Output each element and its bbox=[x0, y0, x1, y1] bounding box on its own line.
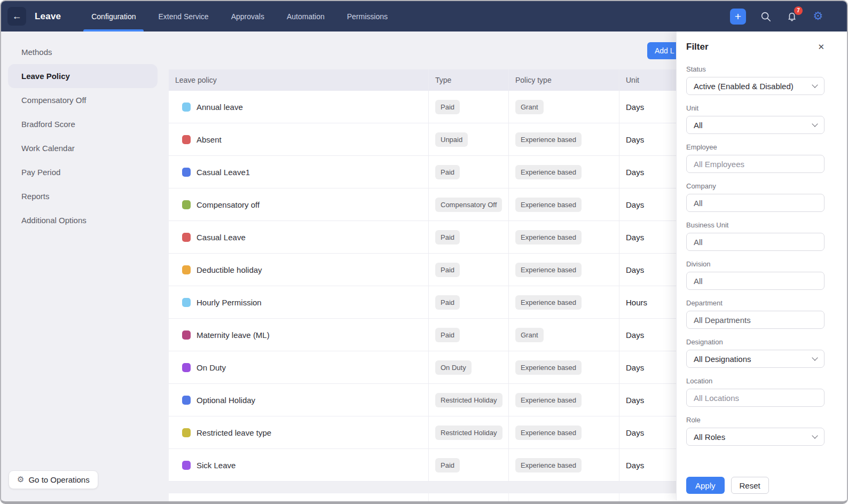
column-header-leave-policy: Leave policy bbox=[169, 69, 428, 91]
nav-tabs: ConfigurationExtend ServiceApprovalsAuto… bbox=[80, 1, 399, 32]
sidebar-item-pay-period[interactable]: Pay Period bbox=[1, 160, 164, 184]
sidebar: MethodsLeave PolicyCompensatory OffBradf… bbox=[1, 32, 164, 501]
policy-type-badge: Experience based bbox=[515, 393, 582, 407]
column-header-type: Type bbox=[428, 69, 508, 91]
sidebar-list: MethodsLeave PolicyCompensatory OffBradf… bbox=[1, 32, 164, 232]
settings-button[interactable]: ⚙ bbox=[812, 10, 825, 23]
leave-name: Casual Leave1 bbox=[197, 168, 250, 177]
unit-select[interactable]: All bbox=[686, 116, 825, 134]
chevron-down-icon bbox=[812, 432, 818, 438]
leave-color-chip bbox=[182, 200, 191, 209]
type-badge: Paid bbox=[435, 100, 460, 114]
leave-name: Hourly Permission bbox=[197, 298, 262, 307]
filter-field-company: Company bbox=[686, 182, 825, 212]
filter-panel: Filter ✕ Status Active (Enabled & Disabl… bbox=[676, 32, 848, 500]
filter-field-status: Status Active (Enabled & Disabled) bbox=[686, 65, 825, 95]
status-select[interactable]: Active (Enabled & Disabled) bbox=[686, 77, 825, 95]
back-button[interactable]: ← bbox=[7, 7, 26, 26]
sidebar-item-additional-options[interactable]: Additional Options bbox=[1, 208, 164, 232]
field-label: Department bbox=[686, 299, 825, 307]
sidebar-item-work-calendar[interactable]: Work Calendar bbox=[1, 136, 164, 160]
type-badge: Paid bbox=[435, 165, 460, 179]
sidebar-item-methods[interactable]: Methods bbox=[1, 40, 164, 64]
designation-select[interactable]: All Designations bbox=[686, 350, 825, 368]
sidebar-item-leave-policy[interactable]: Leave Policy bbox=[8, 64, 158, 88]
close-icon: ✕ bbox=[818, 42, 825, 51]
apply-button[interactable]: Apply bbox=[686, 477, 725, 494]
company-input[interactable] bbox=[686, 194, 825, 212]
column-header-policy-type: Policy type bbox=[508, 69, 619, 91]
unit-value: Days bbox=[626, 200, 644, 209]
app-window: ← Leave ConfigurationExtend ServiceAppro… bbox=[0, 0, 848, 504]
tab-approvals[interactable]: Approvals bbox=[220, 1, 276, 32]
employee-input[interactable] bbox=[686, 155, 825, 173]
unit-value: Days bbox=[626, 330, 644, 340]
type-badge: Restricted Holiday bbox=[435, 426, 502, 440]
leave-color-chip bbox=[182, 265, 191, 274]
leave-color-chip bbox=[182, 298, 191, 307]
go-to-operations-button[interactable]: ⚙ Go to Operations bbox=[9, 470, 98, 489]
page-title: Leave bbox=[35, 11, 61, 22]
field-label: Designation bbox=[686, 338, 825, 346]
nav-actions: + 7 ⚙ bbox=[730, 9, 825, 25]
leave-name: On Duty bbox=[197, 363, 226, 372]
leave-name: Annual leave bbox=[197, 103, 243, 112]
leave-name: Deductible holiday bbox=[197, 265, 262, 274]
leave-color-chip bbox=[182, 103, 191, 112]
tab-extend-service[interactable]: Extend Service bbox=[147, 1, 219, 32]
leave-name: Restricted leave type bbox=[197, 428, 271, 437]
field-label: Status bbox=[686, 65, 825, 73]
field-label: Unit bbox=[686, 104, 825, 112]
business-unit-input[interactable] bbox=[686, 233, 825, 251]
notifications-button[interactable]: 7 bbox=[786, 10, 798, 23]
leave-name: Optional Holiday bbox=[197, 396, 255, 405]
reset-button[interactable]: Reset bbox=[731, 477, 769, 494]
unit-value: Days bbox=[626, 461, 644, 470]
field-label: Business Unit bbox=[686, 221, 825, 229]
sidebar-item-reports[interactable]: Reports bbox=[1, 184, 164, 208]
leave-color-chip bbox=[182, 428, 191, 437]
close-button[interactable]: ✕ bbox=[816, 42, 826, 52]
location-input[interactable] bbox=[686, 389, 825, 407]
type-badge: Paid bbox=[435, 295, 460, 310]
sidebar-item-bradford-score[interactable]: Bradford Score bbox=[1, 112, 164, 136]
chevron-down-icon bbox=[812, 121, 818, 127]
unit-value: Hours bbox=[626, 298, 647, 307]
policy-type-badge: Experience based bbox=[515, 458, 582, 472]
top-nav: ← Leave ConfigurationExtend ServiceAppro… bbox=[1, 1, 847, 32]
chevron-down-icon bbox=[812, 82, 818, 88]
tab-permissions[interactable]: Permissions bbox=[336, 1, 399, 32]
add-quick-button[interactable]: + bbox=[730, 9, 746, 25]
type-badge: Restricted Holiday bbox=[435, 393, 502, 407]
role-select[interactable]: All Roles bbox=[686, 428, 825, 446]
field-label: Division bbox=[686, 260, 825, 268]
policy-type-badge: Experience based bbox=[515, 360, 582, 375]
type-badge: Paid bbox=[435, 263, 460, 277]
type-badge: Compensatory Off bbox=[435, 198, 502, 212]
filter-field-business-unit: Business Unit bbox=[686, 221, 825, 251]
tab-configuration[interactable]: Configuration bbox=[80, 1, 147, 32]
policy-type-badge: Experience based bbox=[515, 132, 582, 147]
filter-title: Filter bbox=[686, 42, 709, 52]
tab-automation[interactable]: Automation bbox=[276, 1, 336, 32]
division-input[interactable] bbox=[686, 272, 825, 290]
sidebar-item-compensatory-off[interactable]: Compensatory Off bbox=[1, 88, 164, 112]
department-input[interactable] bbox=[686, 311, 825, 329]
plus-icon: + bbox=[735, 10, 741, 23]
policy-type-badge: Experience based bbox=[515, 263, 582, 277]
filter-field-unit: Unit All bbox=[686, 104, 825, 134]
unit-value: Days bbox=[626, 135, 644, 144]
leave-color-chip bbox=[182, 461, 191, 470]
policy-type-badge: Grant bbox=[515, 328, 544, 342]
notification-badge: 7 bbox=[794, 6, 803, 15]
search-button[interactable] bbox=[759, 10, 772, 23]
policy-type-badge: Experience based bbox=[515, 230, 582, 245]
policy-type-badge: Experience based bbox=[515, 198, 582, 212]
leave-color-chip bbox=[182, 396, 191, 405]
unit-value: Days bbox=[626, 265, 644, 274]
filter-header: Filter ✕ bbox=[686, 42, 826, 52]
leave-name: Absent bbox=[197, 135, 222, 144]
leave-color-chip bbox=[182, 233, 191, 242]
type-badge: Paid bbox=[435, 458, 460, 472]
back-arrow-icon: ← bbox=[12, 11, 22, 22]
